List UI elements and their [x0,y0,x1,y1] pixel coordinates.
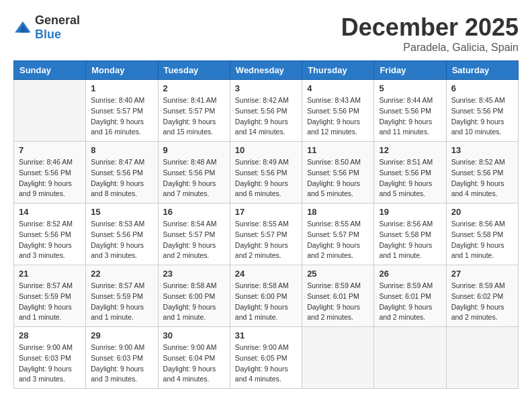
day-cell: 9Sunrise: 8:48 AMSunset: 5:56 PMDaylight… [158,142,230,203]
day-cell: 2Sunrise: 8:41 AMSunset: 5:57 PMDaylight… [158,80,230,142]
day-info: Sunrise: 8:48 AMSunset: 5:56 PMDaylight:… [163,157,225,199]
day-number: 5 [379,83,441,93]
day-cell: 25Sunrise: 8:59 AMSunset: 6:01 PMDayligh… [302,265,374,327]
day-info: Sunrise: 8:55 AMSunset: 5:57 PMDaylight:… [307,219,369,261]
day-number: 4 [307,83,369,93]
day-cell: 23Sunrise: 8:58 AMSunset: 6:00 PMDayligh… [158,265,230,327]
calendar-header: SundayMondayTuesdayWednesdayThursdayFrid… [14,61,519,80]
calendar: SundayMondayTuesdayWednesdayThursdayFrid… [13,60,519,389]
day-cell: 19Sunrise: 8:56 AMSunset: 5:58 PMDayligh… [374,203,446,265]
day-info: Sunrise: 8:41 AMSunset: 5:57 PMDaylight:… [163,95,225,138]
calendar-body: 1Sunrise: 8:40 AMSunset: 5:57 PMDaylight… [14,80,519,389]
day-cell: 13Sunrise: 8:52 AMSunset: 5:56 PMDayligh… [446,142,518,203]
day-info: Sunrise: 8:55 AMSunset: 5:57 PMDaylight:… [235,219,297,261]
day-number: 19 [379,207,441,217]
day-info: Sunrise: 8:49 AMSunset: 5:56 PMDaylight:… [235,157,297,199]
weekday-header-saturday: Saturday [446,61,518,80]
day-info: Sunrise: 8:47 AMSunset: 5:56 PMDaylight:… [91,157,152,199]
day-cell: 15Sunrise: 8:53 AMSunset: 5:56 PMDayligh… [86,203,158,265]
day-number: 7 [19,145,81,155]
day-info: Sunrise: 9:00 AMSunset: 6:05 PMDaylight:… [235,342,297,385]
day-cell [302,327,374,389]
day-number: 1 [91,83,152,93]
day-cell [446,327,518,389]
day-cell: 14Sunrise: 8:52 AMSunset: 5:56 PMDayligh… [14,203,86,265]
day-number: 13 [451,145,513,155]
week-row-3: 14Sunrise: 8:52 AMSunset: 5:56 PMDayligh… [14,203,519,265]
day-info: Sunrise: 8:58 AMSunset: 6:00 PMDaylight:… [235,281,297,323]
day-info: Sunrise: 8:52 AMSunset: 5:56 PMDaylight:… [451,157,513,199]
day-info: Sunrise: 8:59 AMSunset: 6:02 PMDaylight:… [451,281,513,323]
day-number: 6 [451,83,513,93]
weekday-row: SundayMondayTuesdayWednesdayThursdayFrid… [14,61,519,80]
title-section: December 2025 Paradela, Galicia, Spain [341,13,519,54]
day-cell: 16Sunrise: 8:54 AMSunset: 5:57 PMDayligh… [158,203,230,265]
day-info: Sunrise: 8:59 AMSunset: 6:01 PMDaylight:… [307,281,369,323]
day-number: 30 [163,330,225,340]
day-cell: 24Sunrise: 8:58 AMSunset: 6:00 PMDayligh… [230,265,302,327]
day-cell: 27Sunrise: 8:59 AMSunset: 6:02 PMDayligh… [446,265,518,327]
day-cell: 22Sunrise: 8:57 AMSunset: 5:59 PMDayligh… [86,265,158,327]
day-info: Sunrise: 8:58 AMSunset: 6:00 PMDaylight:… [163,281,225,323]
day-number: 9 [163,145,225,155]
week-row-1: 1Sunrise: 8:40 AMSunset: 5:57 PMDaylight… [14,80,519,142]
day-info: Sunrise: 8:46 AMSunset: 5:56 PMDaylight:… [19,157,81,199]
day-cell: 6Sunrise: 8:45 AMSunset: 5:56 PMDaylight… [446,80,518,142]
day-cell: 18Sunrise: 8:55 AMSunset: 5:57 PMDayligh… [302,203,374,265]
day-info: Sunrise: 8:42 AMSunset: 5:56 PMDaylight:… [235,95,297,138]
week-row-2: 7Sunrise: 8:46 AMSunset: 5:56 PMDaylight… [14,142,519,203]
day-number: 11 [307,145,369,155]
logo-blue: Blue [35,28,61,41]
day-number: 15 [91,207,152,217]
day-info: Sunrise: 8:56 AMSunset: 5:58 PMDaylight:… [451,219,513,261]
day-info: Sunrise: 9:00 AMSunset: 6:03 PMDaylight:… [91,342,152,385]
day-number: 12 [379,145,441,155]
day-number: 20 [451,207,513,217]
day-number: 16 [163,207,225,217]
day-info: Sunrise: 8:59 AMSunset: 6:01 PMDaylight:… [379,281,441,323]
day-number: 28 [19,330,81,340]
day-number: 21 [19,269,81,279]
day-number: 3 [235,83,297,93]
day-cell: 26Sunrise: 8:59 AMSunset: 6:01 PMDayligh… [374,265,446,327]
day-info: Sunrise: 8:52 AMSunset: 5:56 PMDaylight:… [19,219,81,261]
day-cell: 12Sunrise: 8:51 AMSunset: 5:56 PMDayligh… [374,142,446,203]
day-cell: 1Sunrise: 8:40 AMSunset: 5:57 PMDaylight… [86,80,158,142]
day-number: 29 [91,330,152,340]
day-number: 25 [307,269,369,279]
day-info: Sunrise: 8:45 AMSunset: 5:56 PMDaylight:… [451,95,513,138]
day-cell: 4Sunrise: 8:43 AMSunset: 5:56 PMDaylight… [302,80,374,142]
day-info: Sunrise: 8:40 AMSunset: 5:57 PMDaylight:… [91,95,152,138]
day-cell: 21Sunrise: 8:57 AMSunset: 5:59 PMDayligh… [14,265,86,327]
month-title: December 2025 [341,13,519,42]
day-number: 18 [307,207,369,217]
day-cell: 5Sunrise: 8:44 AMSunset: 5:56 PMDaylight… [374,80,446,142]
day-number: 8 [91,145,152,155]
day-cell: 10Sunrise: 8:49 AMSunset: 5:56 PMDayligh… [230,142,302,203]
day-number: 23 [163,269,225,279]
day-info: Sunrise: 9:00 AMSunset: 6:03 PMDaylight:… [19,342,81,385]
weekday-header-tuesday: Tuesday [158,61,230,80]
day-number: 26 [379,269,441,279]
logo-icon [13,20,32,35]
day-cell: 31Sunrise: 9:00 AMSunset: 6:05 PMDayligh… [230,327,302,389]
location-title: Paradela, Galicia, Spain [341,42,519,54]
day-cell: 30Sunrise: 9:00 AMSunset: 6:04 PMDayligh… [158,327,230,389]
day-number: 17 [235,207,297,217]
day-number: 14 [19,207,81,217]
week-row-5: 28Sunrise: 9:00 AMSunset: 6:03 PMDayligh… [14,327,519,389]
day-cell: 28Sunrise: 9:00 AMSunset: 6:03 PMDayligh… [14,327,86,389]
weekday-header-wednesday: Wednesday [230,61,302,80]
day-cell [14,80,86,142]
weekday-header-monday: Monday [86,61,158,80]
day-cell: 8Sunrise: 8:47 AMSunset: 5:56 PMDaylight… [86,142,158,203]
day-cell: 3Sunrise: 8:42 AMSunset: 5:56 PMDaylight… [230,80,302,142]
header: General Blue December 2025 Paradela, Gal… [13,13,519,54]
day-info: Sunrise: 8:57 AMSunset: 5:59 PMDaylight:… [91,281,152,323]
day-cell: 7Sunrise: 8:46 AMSunset: 5:56 PMDaylight… [14,142,86,203]
logo-general: General [35,13,80,27]
weekday-header-sunday: Sunday [14,61,86,80]
day-info: Sunrise: 8:54 AMSunset: 5:57 PMDaylight:… [163,219,225,261]
day-info: Sunrise: 8:44 AMSunset: 5:56 PMDaylight:… [379,95,441,138]
day-number: 10 [235,145,297,155]
